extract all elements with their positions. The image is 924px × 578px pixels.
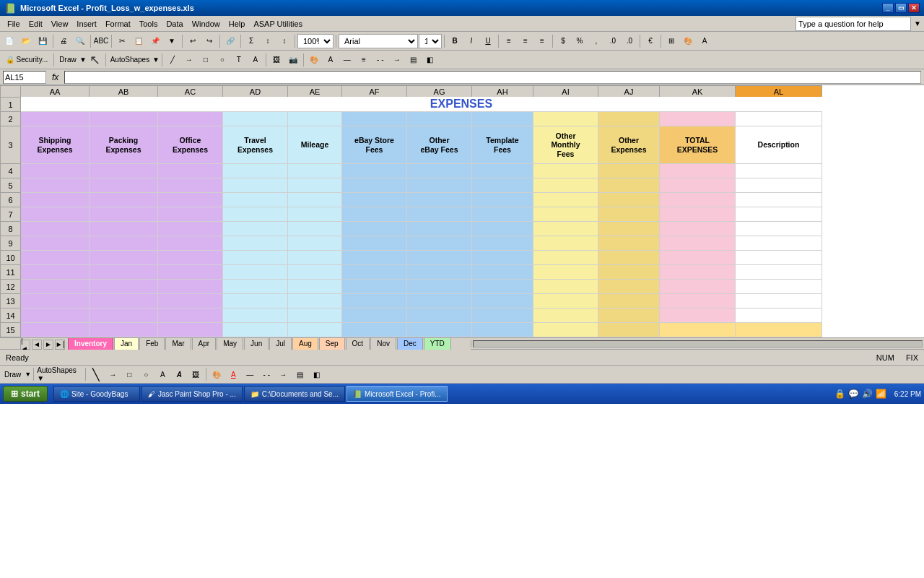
- font-size-select[interactable]: 10: [419, 34, 442, 48]
- cell-aa5[interactable]: [21, 178, 90, 193]
- font-select[interactable]: Arial: [339, 34, 418, 48]
- cell-ai6[interactable]: [533, 193, 598, 207]
- cell-ak6[interactable]: [660, 193, 736, 207]
- cell-ab2[interactable]: [90, 112, 158, 126]
- cell-al14[interactable]: [736, 309, 822, 323]
- cell-ag8[interactable]: [407, 222, 472, 236]
- tab-aug[interactable]: Aug: [292, 338, 318, 350]
- cell-ah13[interactable]: [472, 294, 533, 309]
- spell-btn[interactable]: ABC: [93, 33, 109, 49]
- underline-btn[interactable]: U: [480, 33, 496, 49]
- cell-af3[interactable]: eBay StoreFees: [342, 126, 407, 164]
- cell-ad14[interactable]: [223, 309, 288, 323]
- cell-ab13[interactable]: [90, 294, 158, 309]
- tab-mar[interactable]: Mar: [165, 338, 191, 350]
- cell-ab14[interactable]: [90, 309, 158, 323]
- cell-aj8[interactable]: [598, 222, 660, 236]
- cell-ab5[interactable]: [90, 178, 158, 193]
- fill-effect-btn[interactable]: 🎨: [306, 52, 322, 68]
- cell-aa1[interactable]: [21, 98, 822, 112]
- wordart-btn[interactable]: A: [248, 52, 263, 68]
- cell-ad3[interactable]: TravelExpenses: [223, 126, 288, 164]
- tab-nov[interactable]: Nov: [370, 338, 396, 350]
- restore-button[interactable]: ▭: [895, 3, 907, 13]
- cell-ab8[interactable]: [90, 222, 158, 236]
- autoselect-btn[interactable]: ↖: [87, 52, 103, 68]
- hyperlink-btn[interactable]: 🔗: [222, 33, 238, 49]
- cell-af13[interactable]: [342, 294, 407, 309]
- cell-ak4[interactable]: [660, 164, 736, 178]
- cell-al4[interactable]: [736, 164, 822, 178]
- tab-inventory[interactable]: Inventory: [68, 338, 113, 350]
- cell-ai13[interactable]: [533, 294, 598, 309]
- paste-special-btn[interactable]: ▼: [164, 33, 180, 49]
- cell-ag7[interactable]: [407, 207, 472, 222]
- cell-al10[interactable]: [736, 251, 822, 265]
- cell-ab12[interactable]: [90, 280, 158, 294]
- cell-al15[interactable]: [736, 323, 822, 337]
- cell-ad11[interactable]: [223, 265, 288, 280]
- autoshapes-draw-btn[interactable]: AutoShapes ▼: [36, 366, 83, 382]
- percent-btn[interactable]: %: [572, 33, 588, 49]
- cell-ab9[interactable]: [90, 236, 158, 251]
- cell-ag11[interactable]: [407, 265, 472, 280]
- cell-aa8[interactable]: [21, 222, 90, 236]
- textbox-btn[interactable]: T: [231, 52, 247, 68]
- cell-ac7[interactable]: [158, 207, 223, 222]
- cell-ac3[interactable]: OfficeExpenses: [158, 126, 223, 164]
- tab-jul[interactable]: Jul: [269, 338, 292, 350]
- align-left-btn[interactable]: ≡: [501, 33, 517, 49]
- tab-jan[interactable]: Jan: [114, 338, 139, 350]
- cell-ai4[interactable]: [533, 164, 598, 178]
- cell-ah15[interactable]: [472, 323, 533, 337]
- cell-aa11[interactable]: [21, 265, 90, 280]
- cell-ai15[interactable]: [533, 323, 598, 337]
- cell-ab4[interactable]: [90, 164, 158, 178]
- line-btn[interactable]: ╱: [165, 52, 180, 68]
- cell-ak13[interactable]: [660, 294, 736, 309]
- cell-af14[interactable]: [342, 309, 407, 323]
- cell-ae12[interactable]: [288, 280, 342, 294]
- fill-color-btn[interactable]: 🎨: [680, 33, 696, 49]
- cell-ad7[interactable]: [223, 207, 288, 222]
- cell-al8[interactable]: [736, 222, 822, 236]
- cell-ag15[interactable]: [407, 323, 472, 337]
- tab-ytd[interactable]: YTD: [424, 338, 451, 350]
- text-draw-btn[interactable]: A: [154, 366, 170, 382]
- cell-ai10[interactable]: [533, 251, 598, 265]
- cell-ab11[interactable]: [90, 265, 158, 280]
- cell-al9[interactable]: [736, 236, 822, 251]
- tab-apr[interactable]: Apr: [192, 338, 217, 350]
- align-right-btn[interactable]: ≡: [534, 33, 550, 49]
- col-header-ai[interactable]: AI: [533, 86, 598, 98]
- cell-al7[interactable]: [736, 207, 822, 222]
- undo-btn[interactable]: ↩: [185, 33, 201, 49]
- cell-aj7[interactable]: [598, 207, 660, 222]
- cell-ac9[interactable]: [158, 236, 223, 251]
- currency-btn[interactable]: $: [555, 33, 571, 49]
- cell-ah3[interactable]: TemplateFees: [472, 126, 533, 164]
- tab-jun[interactable]: Jun: [244, 338, 269, 350]
- help-search-input[interactable]: [796, 17, 911, 31]
- menu-help[interactable]: Help: [225, 18, 250, 30]
- taskbar-item-goodybags[interactable]: 🌐 Site - GoodyBags: [53, 386, 140, 402]
- cell-ag14[interactable]: [407, 309, 472, 323]
- redo-btn[interactable]: ↪: [201, 33, 217, 49]
- line-color-draw-btn[interactable]: —: [242, 366, 258, 382]
- cell-ae10[interactable]: [288, 251, 342, 265]
- cell-ab10[interactable]: [90, 251, 158, 265]
- cell-aj4[interactable]: [598, 164, 660, 178]
- cell-aa14[interactable]: [21, 309, 90, 323]
- sort-desc-btn[interactable]: ↕: [276, 33, 292, 49]
- cell-ak2[interactable]: [660, 112, 736, 126]
- cell-ak9[interactable]: [660, 236, 736, 251]
- cell-ah4[interactable]: [472, 164, 533, 178]
- cell-ae8[interactable]: [288, 222, 342, 236]
- cell-aa6[interactable]: [21, 193, 90, 207]
- cell-af12[interactable]: [342, 280, 407, 294]
- cell-ab6[interactable]: [90, 193, 158, 207]
- cell-aj3[interactable]: OtherExpenses: [598, 126, 660, 164]
- italic-btn[interactable]: I: [463, 33, 479, 49]
- clipart-btn[interactable]: 🖼: [269, 52, 284, 68]
- menu-asap[interactable]: ASAP Utilities: [249, 18, 307, 30]
